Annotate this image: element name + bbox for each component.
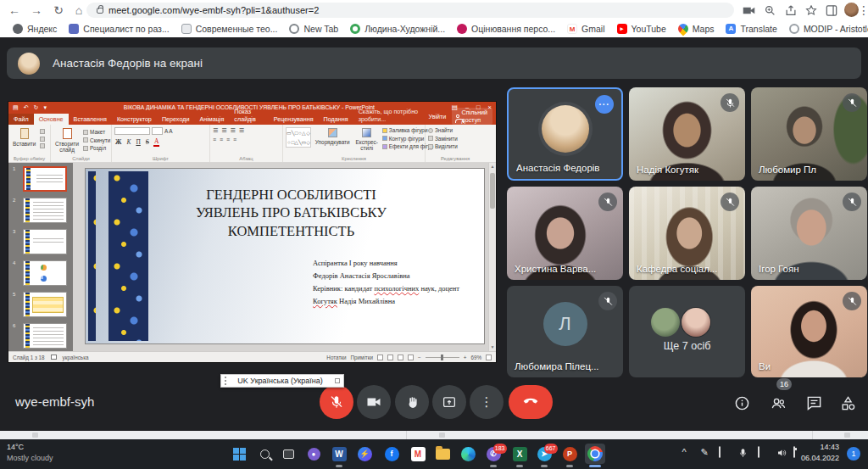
tab-transitions[interactable]: Переходи (157, 114, 195, 126)
chrome-icon[interactable] (585, 444, 605, 464)
end-call-button[interactable] (509, 385, 553, 419)
participant-tile[interactable]: Л Любомира Пілец... (507, 286, 623, 377)
font-size-box[interactable] (152, 127, 163, 135)
bookmark-item[interactable]: ▸YouTube (611, 22, 672, 36)
spellcheck-icon[interactable] (51, 355, 57, 360)
undo-icon[interactable]: ↶ (24, 104, 29, 111)
camera-toggle-button[interactable] (357, 385, 391, 419)
strikethrough-button[interactable]: S (145, 138, 150, 146)
tab-animations[interactable]: Анімація (194, 114, 229, 126)
slideshow-view-icon[interactable] (408, 355, 414, 360)
normal-view-icon[interactable] (377, 355, 383, 360)
participant-tile[interactable]: Ігор Гоян (751, 187, 867, 280)
cut-icon[interactable] (40, 129, 45, 134)
url-text[interactable]: meet.google.com/wye-embf-syh?pli=1&authu… (108, 5, 319, 15)
tab-view[interactable]: Подання (319, 114, 353, 126)
language-indicator[interactable]: українська (63, 355, 89, 360)
participant-tile[interactable]: Надія Когутяк (629, 87, 745, 181)
reload-icon[interactable]: ↻ (49, 1, 68, 20)
save-icon[interactable]: ▤ (13, 104, 19, 111)
tab-review[interactable]: Рецензування (269, 114, 319, 126)
powerpoint-icon[interactable]: P (559, 444, 580, 464)
bookmark-item[interactable]: Людина-Художній... (344, 22, 451, 36)
back-icon[interactable]: ← (5, 1, 24, 20)
tile-options-icon[interactable]: ··· (595, 95, 614, 114)
participant-tile[interactable]: Кафедра соціал... (629, 187, 745, 280)
zoom-slider[interactable] (426, 357, 459, 358)
slide-thumbnail-2[interactable] (23, 198, 67, 223)
tray-chevron-icon[interactable]: ^ (678, 447, 690, 457)
mic-toggle-button[interactable] (320, 385, 353, 419)
fit-to-window-icon[interactable] (486, 355, 492, 360)
slide-sorter-icon[interactable] (387, 355, 393, 360)
find-button[interactable]: Знайти (428, 127, 458, 133)
forward-icon[interactable]: → (27, 1, 46, 20)
notification-center-badge[interactable]: 1 (847, 447, 860, 461)
chat-icon[interactable] (803, 392, 825, 414)
reset-button[interactable]: Скинути (83, 137, 110, 143)
bookmark-item[interactable]: Maps (672, 22, 721, 36)
ppt-share-button[interactable]: Спільний доступ (452, 108, 492, 125)
tab-slideshow[interactable]: Показ слайдів (229, 106, 268, 126)
tray-mic-icon[interactable] (739, 448, 747, 461)
task-view-icon[interactable] (278, 444, 298, 464)
file-explorer-icon[interactable] (432, 444, 453, 464)
shapes-gallery[interactable]: ▭╲□○△◇ ○□△╲▭◇ (286, 127, 311, 148)
share-page-icon[interactable] (785, 2, 797, 19)
pen-icon[interactable]: ✎ (698, 447, 710, 458)
slide-thumbnail-6[interactable] (23, 323, 67, 349)
zoom-in-icon[interactable]: + (464, 355, 467, 360)
new-slide-button[interactable]: Створити слайд (53, 127, 81, 154)
scrollbar-thumb[interactable] (490, 173, 495, 209)
copy-icon[interactable] (40, 137, 45, 142)
quick-styles-button[interactable]: Експрес-стилі (354, 127, 380, 152)
bookmark-item[interactable]: Яндекс (7, 22, 63, 36)
slide-thumbnail-4[interactable] (23, 260, 67, 286)
tab-file[interactable]: Файл (8, 114, 34, 126)
touch-keyboard-icon[interactable] (719, 447, 721, 457)
layout-button[interactable]: Макет (83, 129, 110, 135)
bookmark-item[interactable]: MGmail (561, 22, 610, 36)
slide-thumbnail-5[interactable] (23, 292, 67, 317)
ppt-quick-access-toolbar[interactable]: ▤ ↶ ↻ ▾ (13, 104, 47, 111)
slide-scrollbar[interactable]: ▲ ▼ (488, 163, 496, 351)
battery-icon[interactable] (793, 447, 795, 457)
weather-widget[interactable]: 14°C Mostly cloudy (7, 442, 53, 464)
side-panel-icon[interactable] (826, 2, 837, 19)
zoom-level[interactable]: 69% (470, 355, 481, 360)
bold-button[interactable]: Ж (114, 138, 122, 146)
facebook-icon[interactable]: f (381, 444, 402, 464)
italic-button[interactable]: К (125, 138, 131, 146)
messenger-icon[interactable]: ⚡ (354, 444, 375, 464)
ppt-signin-link[interactable]: Увійти (428, 113, 446, 120)
slide-canvas[interactable]: ГЕНДЕРНІ ОСОБЛИВОСТІ УЯВЛЕНЬ ПРО БАТЬКІВ… (85, 168, 485, 344)
cast-display-icon[interactable] (758, 447, 760, 457)
teams-chat-icon[interactable]: ● (303, 444, 324, 464)
start-button[interactable] (229, 444, 249, 464)
gmail-icon[interactable]: M (408, 444, 428, 464)
tell-me-box[interactable]: Скажіть, що потрібно зробити... (353, 106, 429, 126)
excel-icon[interactable]: X (509, 444, 530, 464)
participant-tile[interactable]: ··· Анастасія Федорів (507, 87, 623, 181)
reading-view-icon[interactable] (398, 355, 403, 360)
notes-button[interactable]: Нотатки (326, 355, 346, 360)
raise-hand-button[interactable] (395, 385, 429, 419)
comments-button[interactable]: Примітки (351, 355, 373, 360)
zoom-out-icon[interactable]: − (418, 355, 421, 360)
taskbar-search-icon[interactable] (254, 444, 275, 464)
drag-handle[interactable] (225, 377, 227, 385)
redo-icon[interactable]: ↻ (34, 104, 39, 111)
viber-icon[interactable]: ✆183 (483, 444, 504, 464)
telegram-icon[interactable]: ➤667 (534, 444, 554, 464)
zoom-page-icon[interactable] (765, 2, 776, 19)
bookmark-item[interactable]: New Tab (283, 22, 344, 36)
bookmark-item[interactable]: MODIP - Aristotle... (783, 22, 868, 36)
tab-insert[interactable]: Вставлення (69, 114, 112, 126)
bookmark-item[interactable]: Современные тео... (175, 22, 284, 36)
present-screen-button[interactable] (432, 385, 466, 419)
bookmark-item[interactable]: ATranslate (720, 22, 782, 36)
slide-thumbnail-1[interactable] (23, 166, 67, 192)
format-painter-icon[interactable] (40, 143, 45, 148)
underline-button[interactable]: П (135, 138, 141, 146)
more-options-button[interactable]: ⋮ (470, 385, 504, 419)
